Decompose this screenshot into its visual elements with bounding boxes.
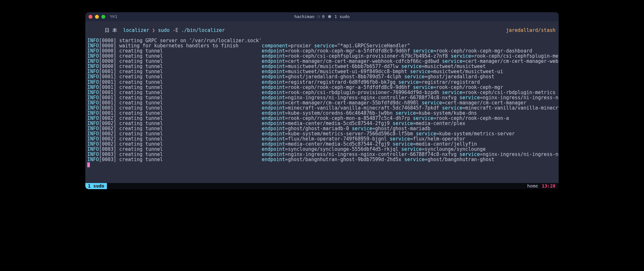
titlebar[interactable]: ⌥⌘1 hachiman ❐ 0 1 sudo	[85, 12, 559, 21]
log-line: INFO[0001] creating tunnel endpoint=regi…	[87, 80, 557, 85]
log-line: INFO[0001] creating tunnel endpoint=cert…	[87, 100, 557, 105]
minimize-icon[interactable]	[95, 15, 99, 19]
log-line: INFO[0003] creating tunnel endpoint=sync…	[87, 147, 557, 152]
log-line: INFO[0002] creating tunnel endpoint=ghos…	[87, 126, 557, 131]
prompt-flag: -E	[173, 27, 178, 33]
log-line: INFO[0001] creating tunnel endpoint=musi…	[87, 69, 557, 74]
log-line: INFO[0000] creating tunnel endpoint=rook…	[87, 48, 557, 53]
log-line: INFO[0002] creating tunnel endpoint=flux…	[87, 136, 557, 141]
zoom-icon[interactable]	[101, 15, 105, 19]
statusbar-time: 13:28	[542, 184, 559, 189]
log-line: INFO[0003] creating tunnel endpoint=ghos…	[87, 157, 557, 162]
window-controls	[89, 15, 105, 19]
statusbar-window[interactable]: 1 sudo	[85, 183, 107, 189]
terminal-window: ⌥⌘1 hachiman ❐ 0 1 sudo 日 本 localizer ❯ …	[85, 12, 559, 189]
log-line: INFO[0002] creating tunnel endpoint=kube…	[87, 131, 557, 136]
titlebar-pane-count: 0	[322, 14, 325, 19]
prompt-caret: ❯	[152, 27, 155, 33]
log-output: INFO[0000] starting GRPC server on '/var…	[87, 38, 557, 162]
statusbar-host: home	[527, 184, 542, 189]
log-line: INFO[0001] creating tunnel endpoint=mine…	[87, 105, 557, 111]
terminal-body[interactable]: 日 本 localizer ❯ sudo -E ./bin/localizerj…	[85, 21, 559, 183]
prompt-prefix: 日 本	[105, 27, 120, 33]
dot-icon	[328, 15, 331, 18]
titlebar-proc: 1 sudo	[335, 14, 350, 19]
log-line: INFO[0001] creating tunnel endpoint=ghos…	[87, 74, 557, 79]
statusbar-window-label: 1 sudo	[88, 184, 104, 189]
titlebar-host: hachiman	[294, 14, 315, 19]
prompt-cmd: sudo	[158, 27, 170, 33]
log-line: INFO[0001] creating tunnel endpoint=kube…	[87, 111, 557, 116]
log-line: INFO[0003] creating tunnel endpoint=ngin…	[87, 152, 557, 157]
titlebar-center: hachiman ❐ 0 1 sudo	[85, 15, 559, 19]
log-line: INFO[0000] creating tunnel endpoint=rook…	[87, 53, 557, 59]
cursor-line	[87, 162, 557, 167]
log-line: INFO[0000] starting GRPC server on '/var…	[87, 38, 557, 43]
statusbar: 1 sudo home 13:28	[85, 183, 559, 189]
prompt-branch: jaredallard/stash	[506, 28, 555, 33]
log-line: INFO[0002] creating tunnel endpoint=rook…	[87, 116, 557, 121]
prompt-line: 日 本 localizer ❯ sudo -E ./bin/localizerj…	[87, 23, 557, 38]
cursor-icon	[87, 162, 90, 167]
log-line: INFO[0002] creating tunnel endpoint=medi…	[87, 121, 557, 126]
pane-icon: ❐	[317, 14, 320, 19]
log-line: INFO[0001] creating tunnel endpoint=ngin…	[87, 95, 557, 100]
log-line: INFO[0000] creating tunnel endpoint=musi…	[87, 64, 557, 69]
close-icon[interactable]	[89, 15, 92, 19]
log-line: INFO[0001] creating tunnel endpoint=rook…	[87, 85, 557, 90]
log-line: INFO[0000] waiting for kubernetes handle…	[87, 43, 557, 48]
log-line: INFO[0000] creating tunnel endpoint=cert…	[87, 59, 557, 64]
prompt-host: localizer	[123, 27, 149, 33]
prompt-path: ./bin/localizer	[181, 27, 225, 33]
log-line: INFO[0002] creating tunnel endpoint=medi…	[87, 141, 557, 147]
titlebar-left-label: ⌥⌘1	[110, 15, 117, 19]
log-line: INFO[0001] creating tunnel endpoint=rook…	[87, 90, 557, 95]
